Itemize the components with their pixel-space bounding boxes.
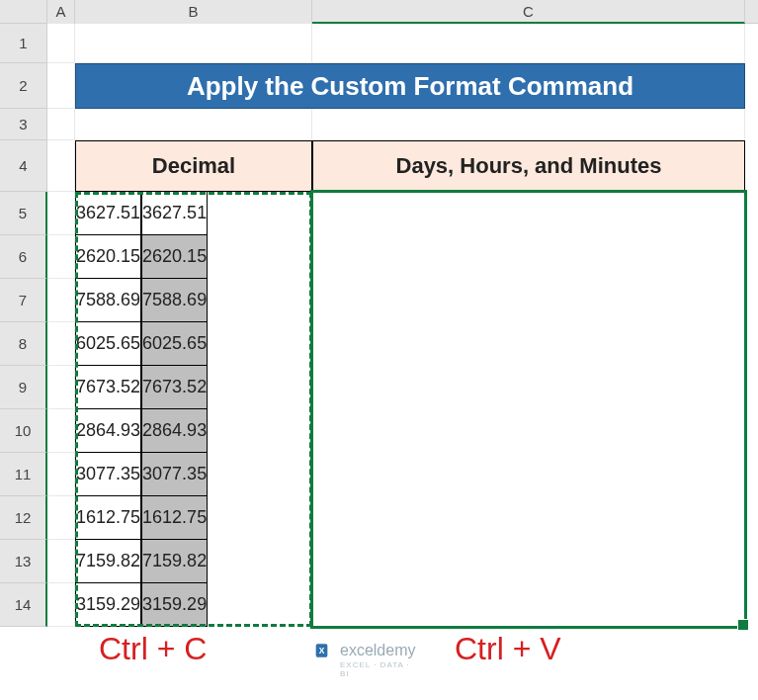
cell-c1[interactable] <box>312 24 745 63</box>
cell-a3[interactable] <box>47 109 75 140</box>
cell-c11[interactable]: 3077.35 <box>141 453 208 496</box>
cell-c9[interactable]: 7673.52 <box>141 366 208 409</box>
cell-a12[interactable] <box>47 496 75 540</box>
col-header-b[interactable]: B <box>75 0 312 24</box>
row-7: 7 7588.69 7588.69 <box>0 279 758 322</box>
cell-c8[interactable]: 6025.65 <box>141 322 208 366</box>
cell-c3[interactable] <box>312 109 745 140</box>
cell-a7[interactable] <box>47 279 75 322</box>
title-cell[interactable]: Apply the Custom Format Command <box>75 63 745 109</box>
cell-b11[interactable]: 3077.35 <box>75 453 141 496</box>
watermark-sub: EXCEL · DATA · BI <box>340 660 415 678</box>
cell-a9[interactable] <box>47 366 75 409</box>
cell-a1[interactable] <box>47 24 75 63</box>
row-6: 6 2620.15 2620.15 <box>0 235 758 279</box>
cell-b5[interactable]: 3627.51 <box>75 192 141 235</box>
row-12: 12 1612.75 1612.75 <box>0 496 758 540</box>
cell-b1[interactable] <box>75 24 312 63</box>
row-header-7[interactable]: 7 <box>0 279 47 322</box>
row-header-3[interactable]: 3 <box>0 109 47 140</box>
header-decimal[interactable]: Decimal <box>75 140 312 192</box>
row-header-2[interactable]: 2 <box>0 63 47 109</box>
cell-b3[interactable] <box>75 109 312 140</box>
cell-c6[interactable]: 2620.15 <box>141 235 208 279</box>
cell-b6[interactable]: 2620.15 <box>75 235 141 279</box>
excel-icon: X <box>314 641 334 660</box>
row-10: 10 2864.93 2864.93 <box>0 409 758 453</box>
row-14: 14 3159.29 3159.29 <box>0 583 758 627</box>
cell-a5[interactable] <box>47 192 75 235</box>
row-header-1[interactable]: 1 <box>0 24 47 63</box>
row-header-10[interactable]: 10 <box>0 409 47 453</box>
cell-b10[interactable]: 2864.93 <box>75 409 141 453</box>
cell-c10[interactable]: 2864.93 <box>141 409 208 453</box>
row-header-13[interactable]: 13 <box>0 540 47 583</box>
row-3: 3 <box>0 109 758 140</box>
spreadsheet-grid: A B C 1 2 Apply the Custom Format Comman… <box>0 0 758 700</box>
row-9: 9 7673.52 7673.52 <box>0 366 758 409</box>
watermark: X exceldemy EXCEL · DATA · BI <box>314 641 415 660</box>
select-all-corner[interactable] <box>0 0 47 24</box>
svg-text:X: X <box>319 646 325 656</box>
cell-a8[interactable] <box>47 322 75 366</box>
cell-b9[interactable]: 7673.52 <box>75 366 141 409</box>
row-header-14[interactable]: 14 <box>0 583 47 627</box>
row-11: 11 3077.35 3077.35 <box>0 453 758 496</box>
cell-c7[interactable]: 7588.69 <box>141 279 208 322</box>
cell-c5[interactable]: 3627.51 <box>141 192 208 235</box>
cell-a14[interactable] <box>47 583 75 627</box>
row-header-9[interactable]: 9 <box>0 366 47 409</box>
annotation-copy: Ctrl + C <box>99 631 207 667</box>
cell-c14[interactable]: 3159.29 <box>141 583 208 627</box>
row-header-12[interactable]: 12 <box>0 496 47 540</box>
cell-b12[interactable]: 1612.75 <box>75 496 141 540</box>
cell-c13[interactable]: 7159.82 <box>141 540 208 583</box>
cell-c12[interactable]: 1612.75 <box>141 496 208 540</box>
row-2: 2 Apply the Custom Format Command <box>0 63 758 109</box>
row-8: 8 6025.65 6025.65 <box>0 322 758 366</box>
row-4: 4 Decimal Days, Hours, and Minutes <box>0 140 758 192</box>
row-header-4[interactable]: 4 <box>0 140 47 192</box>
cell-b14[interactable]: 3159.29 <box>75 583 141 627</box>
annotation-paste: Ctrl + V <box>455 631 561 667</box>
row-header-5[interactable]: 5 <box>0 192 47 235</box>
row-5: 5 3627.51 3627.51 <box>0 192 758 235</box>
row-header-6[interactable]: 6 <box>0 235 47 279</box>
row-header-8[interactable]: 8 <box>0 322 47 366</box>
cell-a11[interactable] <box>47 453 75 496</box>
cell-b8[interactable]: 6025.65 <box>75 322 141 366</box>
row-header-11[interactable]: 11 <box>0 453 47 496</box>
cell-b7[interactable]: 7588.69 <box>75 279 141 322</box>
col-header-a[interactable]: A <box>47 0 75 24</box>
cell-a10[interactable] <box>47 409 75 453</box>
row-1: 1 <box>0 24 758 63</box>
cell-a13[interactable] <box>47 540 75 583</box>
cell-b13[interactable]: 7159.82 <box>75 540 141 583</box>
cell-a4[interactable] <box>47 140 75 192</box>
cell-a6[interactable] <box>47 235 75 279</box>
watermark-text: exceldemy <box>340 642 415 659</box>
col-header-c[interactable]: C <box>312 0 745 24</box>
row-13: 13 7159.82 7159.82 <box>0 540 758 583</box>
column-headers: A B C <box>0 0 758 24</box>
cell-a2[interactable] <box>47 63 75 109</box>
header-dhm[interactable]: Days, Hours, and Minutes <box>312 140 745 192</box>
